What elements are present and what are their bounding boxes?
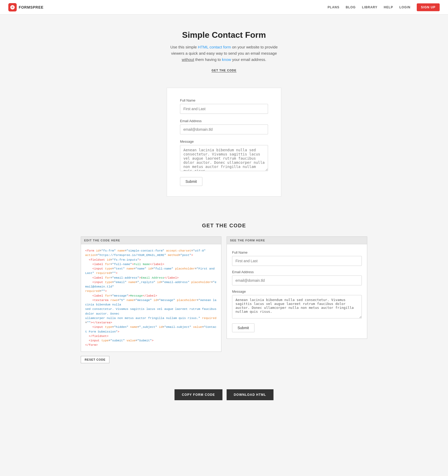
demo-email-group: Email Address [180,119,268,134]
get-code-section: GET THE CODE EDIT THE CODE HERE <form id… [0,212,448,379]
preview-message-label: Message [232,290,362,293]
logo-text: FORMSPREE [19,5,43,9]
preview-email-label: Email Address [232,270,362,274]
preview-fullname-input[interactable] [232,256,362,266]
logo-link[interactable]: FORMSPREE [8,3,43,11]
edit-code-panel: EDIT THE CODE HERE <form id="fs-frm" nam… [81,236,221,363]
hero-title: Simple Contact Form [5,30,443,40]
signup-button[interactable]: SIGN UP [417,3,440,11]
hero-without-text: without [182,57,194,62]
formspree-logo-svg [10,5,15,10]
code-editor[interactable]: <form id="fs-frm" name="simple-contact-f… [85,248,217,347]
demo-fullname-group: Full Name [180,98,268,114]
demo-message-label: Message [180,140,268,143]
see-panel-header: SEE THE FORM HERE [227,236,367,244]
edit-panel-header: EDIT THE CODE HERE [81,236,221,244]
hero-section: Simple Contact Form Use this simple HTML… [0,15,448,83]
navbar-link-help[interactable]: HELP [384,5,393,9]
navbar-link-blog[interactable]: BLOG [346,5,356,9]
logo-icon [8,3,17,11]
demo-card: Full Name Email Address Message Submit [167,88,281,197]
navbar-link-plans[interactable]: PLANS [328,5,339,9]
demo-message-group: Message [180,140,268,172]
preview-submit-button[interactable]: Submit [232,323,254,332]
demo-email-input[interactable] [180,124,268,134]
navbar: FORMSPREE PLANS BLOG LIBRARY HELP LOGIN … [0,0,448,15]
preview-message-textarea[interactable] [232,295,362,318]
preview-form: Full Name Email Address Message Submit [231,248,363,334]
preview-message-group: Message [232,290,362,319]
edit-panel-body: <form id="fs-frm" name="simple-contact-f… [81,244,221,352]
hero-description: Use this simple HTML contact form on you… [169,44,279,63]
copy-form-code-button[interactable]: COPY FORM CODE [175,389,222,400]
hero-html-link[interactable]: HTML contact form [198,45,231,49]
navbar-links: PLANS BLOG LIBRARY HELP LOGIN SIGN UP [328,3,440,11]
demo-fullname-label: Full Name [180,98,268,102]
preview-fullname-group: Full Name [232,250,362,266]
see-panel-body: Full Name Email Address Message Submit [227,244,367,339]
demo-email-label: Email Address [180,119,268,123]
preview-fullname-label: Full Name [232,250,362,254]
see-form-panel: SEE THE FORM HERE Full Name Email Addres… [227,236,367,363]
download-html-button[interactable]: DOWNLOAD HTML [227,389,273,400]
preview-email-group: Email Address [232,270,362,285]
hero-know-link[interactable]: know [222,57,231,62]
navbar-link-login[interactable]: LOGIN [399,5,410,9]
reset-code-button[interactable]: RESET CODE [81,356,109,363]
demo-fullname-input[interactable] [180,104,268,114]
demo-submit-button[interactable]: Submit [180,177,202,186]
preview-email-input[interactable] [232,275,362,285]
demo-card-wrapper: Full Name Email Address Message Submit [0,83,448,212]
get-code-title: GET THE CODE [5,223,443,229]
bottom-buttons: COPY FORM CODE DOWNLOAD HTML [0,379,448,416]
navbar-link-library[interactable]: LIBRARY [362,5,378,9]
code-panels: EDIT THE CODE HERE <form id="fs-frm" nam… [81,236,367,363]
get-code-anchor-link[interactable]: GET THE CODE [211,69,237,72]
demo-message-textarea[interactable] [180,145,268,171]
